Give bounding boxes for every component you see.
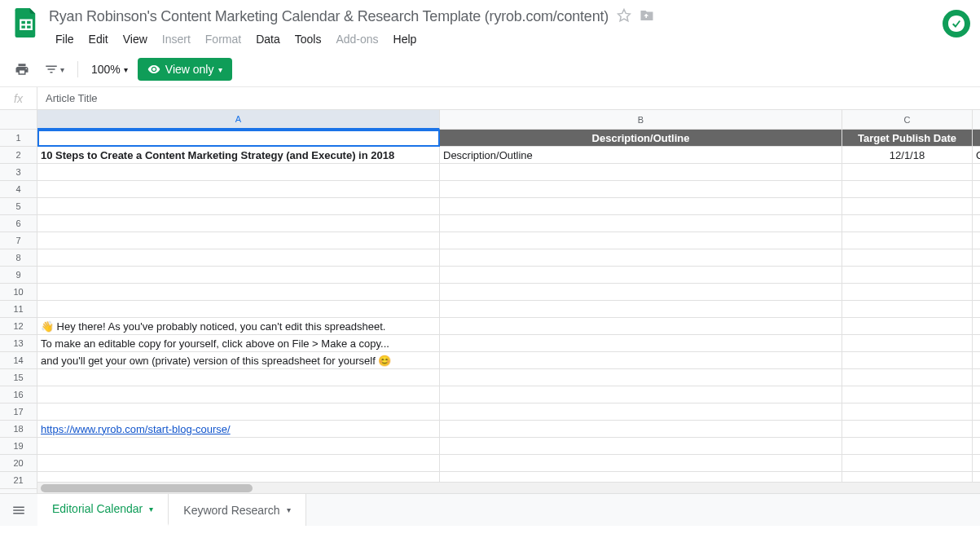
cell[interactable] — [440, 181, 842, 198]
cell[interactable] — [973, 352, 980, 369]
cell[interactable] — [973, 232, 980, 249]
cell[interactable] — [973, 369, 980, 386]
cell[interactable] — [842, 215, 973, 232]
cell-d2[interactable]: C — [973, 147, 980, 164]
row-header[interactable]: 4 — [0, 181, 37, 198]
row-header[interactable]: 16 — [0, 386, 37, 404]
cell[interactable] — [842, 249, 973, 267]
cell[interactable] — [842, 438, 973, 455]
cell[interactable] — [973, 164, 980, 181]
cell[interactable] — [842, 421, 973, 438]
cell[interactable] — [37, 404, 440, 421]
cell[interactable] — [842, 369, 973, 386]
cell[interactable] — [842, 284, 973, 301]
cell-b2[interactable]: Description/Outline — [440, 147, 842, 164]
col-header-extra[interactable] — [973, 110, 980, 130]
cell[interactable] — [842, 352, 973, 369]
cell-b1[interactable]: Description/Outline — [440, 130, 842, 147]
doc-title[interactable]: Ryan Robinson's Content Marketing Calend… — [49, 8, 609, 25]
cell[interactable] — [440, 455, 842, 472]
zoom-dropdown[interactable]: 100% ▾ — [86, 60, 133, 79]
col-header-c[interactable]: C — [842, 110, 973, 130]
cell[interactable] — [973, 249, 980, 267]
cell[interactable] — [37, 181, 440, 198]
menu-help[interactable]: Help — [387, 29, 424, 49]
cell[interactable] — [440, 284, 842, 301]
cell[interactable] — [973, 301, 980, 318]
cell[interactable] — [440, 335, 842, 352]
cell[interactable] — [440, 369, 842, 386]
cell[interactable] — [973, 181, 980, 198]
cell[interactable] — [440, 352, 842, 369]
cell-c1[interactable]: Target Publish Date — [842, 130, 973, 147]
row-header[interactable]: 19 — [0, 438, 37, 455]
col-header-a[interactable]: A — [37, 110, 440, 130]
move-folder-icon[interactable] — [639, 8, 654, 25]
cell[interactable] — [842, 335, 973, 352]
cell[interactable] — [440, 421, 842, 438]
cell-a1[interactable]: Article Title — [37, 130, 440, 147]
cell[interactable] — [842, 198, 973, 215]
formula-input[interactable]: Article Title — [37, 87, 980, 109]
cell[interactable] — [440, 386, 842, 404]
row-header[interactable]: 6 — [0, 215, 37, 232]
cell[interactable] — [37, 164, 440, 181]
row-header[interactable]: 12 — [0, 318, 37, 335]
row-header[interactable]: 10 — [0, 284, 37, 301]
sheets-logo[interactable] — [10, 7, 42, 39]
cell[interactable] — [37, 267, 440, 284]
cell-a12[interactable]: 👋 Hey there! As you've probably noticed,… — [37, 318, 440, 335]
cell[interactable] — [37, 232, 440, 249]
cell[interactable] — [440, 404, 842, 421]
row-header[interactable]: 20 — [0, 455, 37, 472]
menu-format[interactable]: Format — [199, 29, 248, 49]
row-header[interactable]: 5 — [0, 198, 37, 215]
cell[interactable] — [37, 369, 440, 386]
row-header[interactable]: 3 — [0, 164, 37, 181]
row-header[interactable]: 9 — [0, 267, 37, 284]
cell[interactable] — [973, 438, 980, 455]
menu-file[interactable]: File — [49, 29, 81, 49]
cell[interactable] — [440, 301, 842, 318]
cell[interactable] — [973, 318, 980, 335]
cell[interactable] — [973, 284, 980, 301]
col-header-b[interactable]: B — [440, 110, 842, 130]
cell[interactable] — [973, 421, 980, 438]
menu-data[interactable]: Data — [249, 29, 287, 49]
cell-a18[interactable]: https://www.ryrob.com/start-blog-course/ — [37, 421, 440, 438]
cell[interactable] — [842, 164, 973, 181]
tab-keyword-research[interactable]: Keyword Research ▾ — [169, 494, 305, 526]
cell[interactable] — [440, 215, 842, 232]
cell[interactable] — [37, 198, 440, 215]
horizontal-scrollbar[interactable] — [37, 482, 980, 493]
cell[interactable] — [842, 267, 973, 284]
menu-addons[interactable]: Add-ons — [329, 29, 385, 49]
star-icon[interactable] — [617, 8, 631, 25]
cell[interactable] — [37, 249, 440, 267]
cell[interactable] — [37, 455, 440, 472]
row-header[interactable]: 17 — [0, 404, 37, 421]
cell-a13[interactable]: To make an editable copy for yourself, c… — [37, 335, 440, 352]
row-header[interactable]: 13 — [0, 335, 37, 352]
cell[interactable] — [973, 267, 980, 284]
row-header[interactable]: 15 — [0, 369, 37, 386]
row-header[interactable]: 22 — [0, 489, 37, 493]
cell[interactable] — [842, 455, 973, 472]
cell[interactable] — [440, 438, 842, 455]
cell-a2[interactable]: 10 Steps to Create a Content Marketing S… — [37, 147, 440, 164]
print-icon[interactable] — [10, 57, 34, 82]
menu-view[interactable]: View — [116, 29, 154, 49]
select-all-corner[interactable] — [0, 110, 37, 130]
row-header[interactable]: 14 — [0, 352, 37, 369]
cell[interactable] — [842, 386, 973, 404]
cell[interactable] — [842, 318, 973, 335]
menu-insert[interactable]: Insert — [156, 29, 197, 49]
cell[interactable] — [37, 284, 440, 301]
row-header[interactable]: 11 — [0, 301, 37, 318]
filter-icon[interactable]: ▾ — [39, 57, 69, 82]
cell-a14[interactable]: and you'll get your own (private) versio… — [37, 352, 440, 369]
cell[interactable] — [842, 404, 973, 421]
cell[interactable] — [37, 215, 440, 232]
cell[interactable] — [973, 386, 980, 404]
row-header[interactable]: 2 — [0, 147, 37, 164]
